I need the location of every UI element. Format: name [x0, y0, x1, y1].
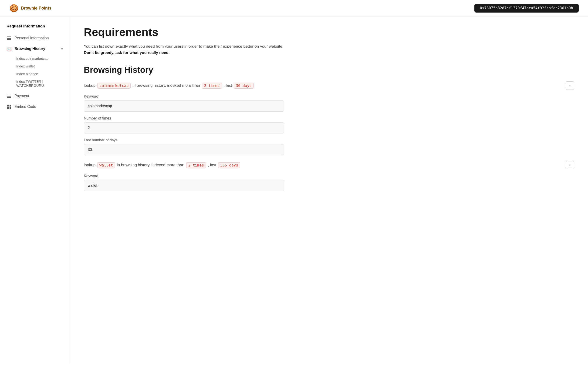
lookup-row-1: lookup coinmarketcap in browsing history… — [84, 81, 574, 90]
remove-entry-1-button[interactable]: - — [566, 81, 574, 90]
lookup-text-2: in browsing history, indexed more than — [133, 83, 200, 88]
keyword-form-group-2: Keyword — [84, 174, 284, 191]
sidebar: Request Information Personal Information… — [0, 16, 70, 364]
lookup-days-2: 365 days — [218, 162, 240, 168]
intro-text: You can list down exactly what you need … — [84, 43, 284, 56]
logo-text: Brownie Points — [21, 6, 51, 11]
sidebar-item-label: Personal Information — [15, 36, 49, 40]
days-input-1[interactable] — [84, 144, 284, 155]
keyword-input-1[interactable] — [84, 100, 284, 112]
sidebar-subitem-index-wallet[interactable]: Index wallet — [15, 62, 65, 70]
lookup-text-4: lookup — [84, 163, 95, 168]
logo-icon: 🍪 — [9, 4, 19, 13]
logo-area: 🍪 Brownie Points — [9, 4, 51, 13]
sidebar-item-label: Payment — [15, 94, 29, 98]
days-label-1: Last number of days — [84, 138, 284, 142]
list-icon — [7, 36, 12, 41]
sidebar-item-embed-code[interactable]: Embed Code — [5, 102, 65, 112]
browsing-history-subitems: Index coinmarketcap Index wallet Index b… — [5, 55, 65, 89]
sidebar-subitem-index-twitter[interactable]: Index TWITTER | WATCHERGURU — [15, 78, 65, 89]
lookup-row-2: lookup wallet in browsing history, index… — [84, 161, 574, 169]
wallet-address-badge: 0x78075b3287cf1379f47dca54f92feafcb2361a… — [474, 4, 579, 13]
header: 🍪 Brownie Points 0x78075b3287cf1379f47dc… — [0, 0, 588, 16]
layout: Request Information Personal Information… — [0, 16, 588, 364]
main-content: Requirements You can list down exactly w… — [70, 16, 588, 364]
lookup-keyword-2: wallet — [97, 162, 115, 168]
lookup-text-5: in browsing history, indexed more than — [117, 163, 184, 168]
payment-icon — [7, 93, 12, 99]
times-form-group-1: Number of times — [84, 116, 284, 133]
section-title: Browsing History — [84, 65, 574, 75]
grid-icon — [7, 104, 12, 109]
times-input-1[interactable] — [84, 122, 284, 133]
keyword-form-group-1: Keyword — [84, 94, 284, 112]
sidebar-item-label: Browsing History — [15, 47, 45, 51]
sidebar-section-title: Request Information — [5, 24, 65, 29]
lookup-text-3: , last — [224, 83, 232, 88]
chevron-down-icon: ∨ — [61, 47, 63, 51]
sidebar-item-payment[interactable]: Payment — [5, 91, 65, 101]
keyword-label-1: Keyword — [84, 94, 284, 99]
days-form-group-1: Last number of days — [84, 138, 284, 155]
book-icon: 📖 — [7, 46, 12, 51]
page-title: Requirements — [84, 26, 574, 38]
sidebar-item-personal-information[interactable]: Personal Information — [5, 33, 65, 43]
times-label-1: Number of times — [84, 116, 284, 121]
keyword-label-2: Keyword — [84, 174, 284, 178]
remove-entry-2-button[interactable]: - — [566, 161, 574, 169]
lookup-entry-2: lookup wallet in browsing history, index… — [84, 161, 574, 191]
lookup-times-1: 2 times — [202, 83, 222, 89]
keyword-input-2[interactable] — [84, 180, 284, 191]
lookup-days-1: 30 days — [234, 83, 253, 89]
lookup-entry-1: lookup coinmarketcap in browsing history… — [84, 81, 574, 155]
sidebar-subitem-index-coinmarketcap[interactable]: Index coinmarketcap — [15, 55, 65, 62]
sidebar-item-browsing-history[interactable]: 📖 Browsing History ∨ — [5, 44, 65, 54]
lookup-keyword-1: coinmarketcap — [97, 83, 131, 89]
lookup-times-2: 2 times — [186, 162, 206, 168]
sidebar-item-label: Embed Code — [15, 105, 36, 109]
sidebar-subitem-index-binance[interactable]: Index binance — [15, 70, 65, 78]
lookup-text-1: lookup — [84, 83, 95, 88]
lookup-text-6: , last — [208, 163, 216, 168]
